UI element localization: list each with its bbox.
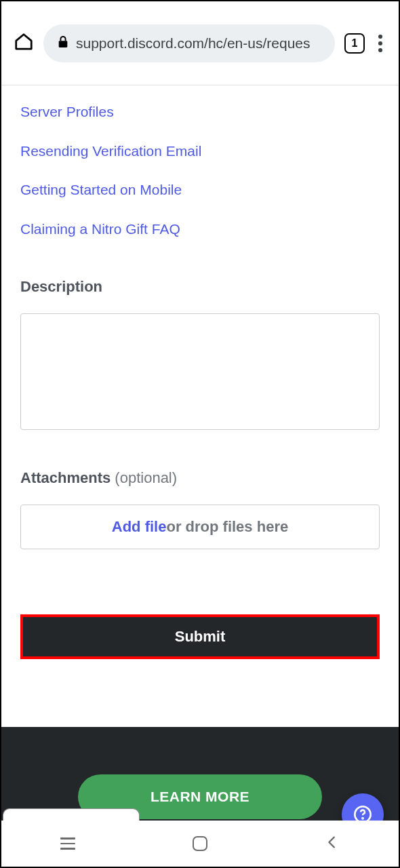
url-text: support.discord.com/hc/en-us/reques bbox=[76, 35, 311, 52]
attachments-label: Attachments (optional) bbox=[20, 469, 380, 487]
help-link[interactable]: Claiming a Nitro Gift FAQ bbox=[20, 210, 380, 249]
recent-apps-button[interactable] bbox=[60, 837, 75, 850]
system-nav-bar bbox=[1, 821, 399, 867]
description-label: Description bbox=[20, 278, 380, 296]
add-file-link[interactable]: Add file bbox=[112, 518, 167, 536]
home-button[interactable] bbox=[193, 836, 207, 851]
home-icon[interactable] bbox=[14, 32, 34, 55]
browser-address-bar: support.discord.com/hc/en-us/reques 1 bbox=[1, 1, 399, 85]
menu-dots-icon[interactable] bbox=[374, 35, 386, 52]
lock-icon bbox=[57, 35, 69, 52]
partial-overlay-tab bbox=[3, 808, 140, 821]
footer: LEARN MORE bbox=[1, 727, 399, 821]
help-link[interactable]: Getting Started on Mobile bbox=[20, 170, 380, 210]
tab-count-button[interactable]: 1 bbox=[344, 33, 365, 54]
svg-rect-0 bbox=[59, 41, 68, 47]
back-button[interactable] bbox=[325, 835, 340, 852]
help-fab-button[interactable] bbox=[342, 793, 384, 821]
help-link[interactable]: Server Profiles bbox=[20, 92, 380, 132]
svg-point-2 bbox=[362, 818, 363, 818]
submit-highlight: Submit bbox=[20, 614, 380, 659]
help-link[interactable]: Resending Verification Email bbox=[20, 132, 380, 171]
submit-button[interactable]: Submit bbox=[23, 617, 377, 656]
attachment-dropzone[interactable]: Add file or drop files here bbox=[20, 505, 380, 549]
url-bar[interactable]: support.discord.com/hc/en-us/reques bbox=[43, 24, 335, 62]
page-content: Server Profiles Resending Verification E… bbox=[1, 85, 399, 821]
description-textarea[interactable] bbox=[20, 313, 380, 430]
